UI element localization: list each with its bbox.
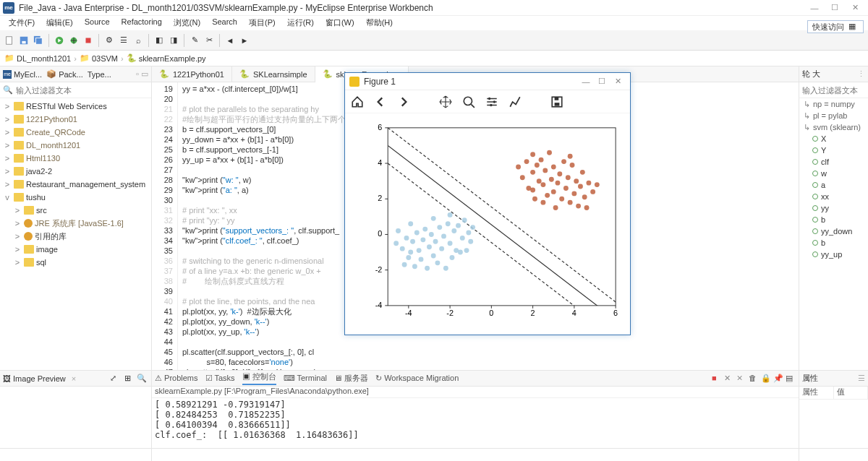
run-icon[interactable] <box>53 34 66 47</box>
scroll-lock-icon[interactable]: 🔒 <box>761 374 771 384</box>
tab-type[interactable]: Type... <box>88 70 111 79</box>
tool-icon[interactable]: ✎ <box>188 34 201 47</box>
outline-item[interactable]: clf <box>799 156 868 168</box>
outline-item[interactable]: X <box>799 133 868 145</box>
tool-icon[interactable]: ⌕ <box>132 34 145 47</box>
terminal-tab[interactable]: ⌨ Terminal <box>284 374 327 383</box>
tree-item[interactable]: >Html1130 <box>0 152 151 165</box>
breadcrumb-item[interactable]: 🐍 sklearnExample.py <box>127 53 206 63</box>
image-preview-tab[interactable]: 🖼 Image Preview <box>3 374 66 383</box>
properties-tools-icon[interactable]: ☰ <box>858 374 865 383</box>
outline-item[interactable]: yy_up <box>799 249 868 260</box>
outline-item[interactable]: ↳pl = pylab <box>799 110 868 121</box>
menu-help[interactable]: 帮助(H) <box>360 16 399 30</box>
tree-item[interactable]: >src <box>0 204 151 217</box>
maximize-button[interactable]: ☐ <box>825 1 845 15</box>
tasks-tab[interactable]: ☑ Tasks <box>205 374 235 383</box>
display-icon[interactable]: ▤ <box>786 374 796 384</box>
save-icon[interactable] <box>17 34 30 47</box>
menu-file[interactable]: 文件(F) <box>3 16 41 30</box>
fig-close-button[interactable]: ✕ <box>610 77 626 86</box>
outline-item[interactable]: yy_down <box>799 225 868 237</box>
project-filter-input[interactable] <box>16 86 148 95</box>
menu-navigate[interactable]: 浏览(N) <box>168 16 206 30</box>
outline-item[interactable]: Y <box>799 145 868 156</box>
tab-package[interactable]: 📦Pack... <box>46 69 83 79</box>
terminate-icon[interactable]: ■ <box>712 374 722 384</box>
problems-tab[interactable]: ⚠ Problems <box>155 374 198 383</box>
remove-all-icon[interactable]: ⨯ <box>736 374 746 384</box>
breadcrumb-item[interactable]: 📁 DL_month1201 <box>4 53 71 63</box>
outline-item[interactable]: b <box>799 237 868 249</box>
tool-icon[interactable]: ◨ <box>167 34 180 47</box>
outline-tree[interactable]: ↳np = numpy↳pl = pylab↳svm (sklearn)XYcl… <box>799 98 868 370</box>
clear-icon[interactable]: 🗑 <box>749 374 759 384</box>
servers-tab[interactable]: 🖥 服务器 <box>334 373 368 384</box>
close-button[interactable]: ✕ <box>845 1 865 15</box>
forward-icon[interactable] <box>397 95 410 108</box>
imgprev-tool-icon[interactable]: 🔍 <box>135 372 148 385</box>
tree-item[interactable]: >sql <box>0 256 151 269</box>
menu-search[interactable]: Search <box>206 16 243 30</box>
minimize-button[interactable]: — <box>804 1 825 15</box>
properties-tab[interactable]: 属性 <box>802 373 818 384</box>
editor-tab[interactable]: 🐍1221Python01 <box>152 66 232 82</box>
editor-tab[interactable]: 🐍SKLearnsimple <box>232 66 315 82</box>
menu-source[interactable]: Source <box>79 16 116 30</box>
close-icon[interactable]: × <box>72 374 76 383</box>
menu-window[interactable]: 窗口(W) <box>320 16 360 30</box>
home-icon[interactable] <box>351 95 364 108</box>
tree-item[interactable]: >引用的库 <box>0 230 151 243</box>
outline-item[interactable]: a <box>799 179 868 191</box>
forward-icon[interactable]: ► <box>238 34 251 47</box>
fig-minimize-button[interactable]: — <box>578 77 594 86</box>
new-icon[interactable] <box>3 34 16 47</box>
outline-filter-input[interactable] <box>802 86 868 95</box>
minimize-panel-icon[interactable]: ▫ ▭ <box>136 69 148 79</box>
outline-tools-icon[interactable]: ⋮ <box>857 69 865 79</box>
perspective-icon[interactable]: ▦ <box>848 22 859 32</box>
project-tree[interactable]: >RESTful Web Services>1221Python01>Creat… <box>0 98 151 370</box>
outline-item[interactable]: ↳svm (sklearn) <box>799 121 868 133</box>
remove-icon[interactable]: ✕ <box>724 374 734 384</box>
save-figure-icon[interactable] <box>550 95 563 108</box>
menu-refactor[interactable]: Refactoring <box>116 16 168 30</box>
tree-item[interactable]: >image <box>0 243 151 256</box>
outline-item[interactable]: xx <box>799 191 868 202</box>
breadcrumb-item[interactable]: 📁 03SVM <box>80 53 118 63</box>
fig-maximize-button[interactable]: ☐ <box>594 77 610 86</box>
edit-axes-icon[interactable] <box>509 95 522 108</box>
back-icon[interactable] <box>374 95 387 108</box>
imgprev-tool-icon[interactable]: ⤢ <box>106 372 119 385</box>
menu-run[interactable]: 运行(R) <box>281 16 320 30</box>
pan-icon[interactable] <box>439 95 452 108</box>
imgprev-tool-icon[interactable]: ⊞ <box>121 372 134 385</box>
tool-icon[interactable]: ◧ <box>153 34 166 47</box>
outline-item[interactable]: yy <box>799 202 868 214</box>
quick-access[interactable]: 快速访问 ▦ <box>807 20 864 33</box>
stop-icon[interactable] <box>82 34 95 47</box>
outline-item[interactable]: w <box>799 168 868 179</box>
tool-icon[interactable]: ☰ <box>117 34 130 47</box>
outline-item[interactable]: ↳np = numpy <box>799 98 868 110</box>
tree-item[interactable]: >JRE 系统库 [JavaSE-1.6] <box>0 217 151 230</box>
tree-item[interactable]: >1221Python01 <box>0 113 151 126</box>
figure-window[interactable]: Figure 1 — ☐ ✕ -4-20246-4-20246 <box>344 72 631 335</box>
zoom-icon[interactable] <box>462 95 475 108</box>
back-icon[interactable]: ◄ <box>224 34 237 47</box>
debug-icon[interactable] <box>67 34 80 47</box>
save-all-icon[interactable] <box>32 34 45 47</box>
tree-item[interactable]: >DL_month1201 <box>0 139 151 152</box>
tree-item[interactable]: >Restaurant_management_system <box>0 178 151 191</box>
tool-icon[interactable]: ⚙ <box>103 34 116 47</box>
console-tab[interactable]: ▣ 控制台 <box>242 371 276 385</box>
workspace-migration-tab[interactable]: ↻ Workspace Migration <box>375 374 459 383</box>
tree-item[interactable]: vtushu <box>0 191 151 204</box>
tree-item[interactable]: >java2-2 <box>0 165 151 178</box>
tree-item[interactable]: >Create_QRCode <box>0 126 151 139</box>
menu-project[interactable]: 项目(P) <box>243 16 281 30</box>
outline-item[interactable]: b <box>799 214 868 225</box>
tab-myeclipse[interactable]: meMyEcl... <box>3 70 42 79</box>
tree-item[interactable]: >RESTful Web Services <box>0 100 151 113</box>
tool-icon[interactable]: ✂ <box>203 34 216 47</box>
